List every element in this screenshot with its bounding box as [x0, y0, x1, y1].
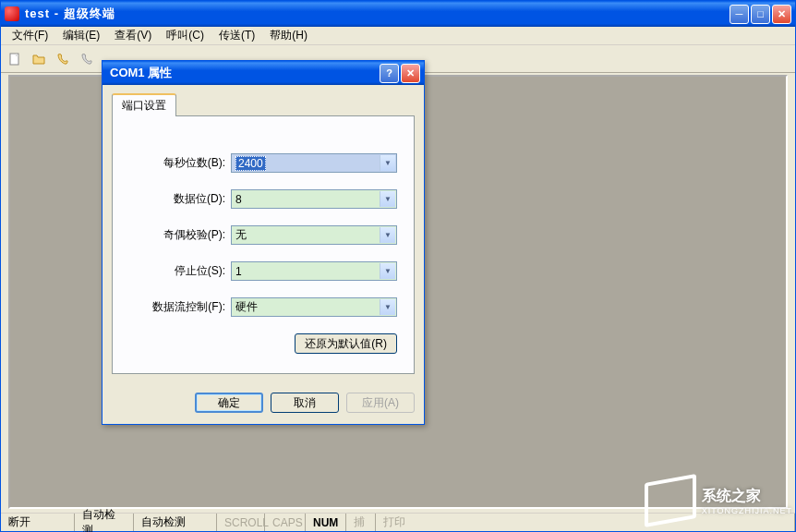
- status-detect2: 自动检测: [134, 514, 217, 531]
- dialog-titlebar: COM1 属性 ? ✕: [103, 61, 424, 85]
- row-stopbits: 停止位(S): 1 ▼: [129, 261, 397, 281]
- menu-transfer[interactable]: 传送(T): [211, 26, 262, 45]
- dialog-actions: 确定 取消 应用(A): [103, 383, 424, 424]
- chevron-down-icon: ▼: [380, 155, 395, 171]
- combo-flow[interactable]: 硬件 ▼: [231, 297, 397, 317]
- row-parity: 奇偶校验(P): 无 ▼: [129, 225, 397, 245]
- restore-defaults-button[interactable]: 还原为默认值(R): [295, 333, 397, 354]
- phone-icon[interactable]: [53, 49, 73, 69]
- row-baud: 每秒位数(B): 2400 ▼: [129, 153, 397, 173]
- label-databits: 数据位(D):: [129, 191, 231, 207]
- house-icon: [645, 478, 694, 523]
- menu-help[interactable]: 帮助(H): [262, 26, 315, 45]
- status-capture: 捕: [346, 514, 376, 531]
- label-baud: 每秒位数(B):: [129, 155, 231, 171]
- row-flow: 数据流控制(F): 硬件 ▼: [129, 297, 397, 317]
- status-detect1: 自动检测: [75, 514, 134, 531]
- tab-port-settings[interactable]: 端口设置: [112, 93, 176, 116]
- menu-call[interactable]: 呼叫(C): [159, 26, 211, 45]
- hangup-icon[interactable]: [77, 49, 97, 69]
- combo-stopbits[interactable]: 1 ▼: [231, 261, 397, 281]
- watermark: 系统之家 XITONGZHIJIA.NET: [645, 478, 792, 523]
- chevron-down-icon: ▼: [380, 299, 395, 315]
- combo-baud-value: 2400: [235, 156, 266, 171]
- chevron-down-icon: ▼: [380, 191, 395, 207]
- label-stopbits: 停止位(S):: [129, 263, 231, 279]
- ok-button[interactable]: 确定: [195, 393, 263, 413]
- help-button[interactable]: ?: [380, 64, 399, 83]
- label-flow: 数据流控制(F):: [129, 299, 231, 315]
- com-properties-dialog: COM1 属性 ? ✕ 端口设置 每秒位数(B): 2400 ▼ 数据位(D):…: [102, 60, 425, 425]
- watermark-text: 系统之家 XITONGZHIJIA.NET: [702, 487, 792, 515]
- dialog-body: 端口设置 每秒位数(B): 2400 ▼ 数据位(D): 8 ▼ 奇偶校验(P)…: [103, 85, 424, 383]
- dialog-close-button[interactable]: ✕: [401, 64, 420, 83]
- menubar: 文件(F) 编辑(E) 查看(V) 呼叫(C) 传送(T) 帮助(H): [1, 27, 795, 45]
- chevron-down-icon: ▼: [380, 263, 395, 279]
- restore-row: 还原为默认值(R): [129, 333, 397, 354]
- menu-file[interactable]: 文件(F): [5, 26, 55, 45]
- combo-parity-value: 无: [235, 227, 247, 243]
- tab-panel: 每秒位数(B): 2400 ▼ 数据位(D): 8 ▼ 奇偶校验(P): 无 ▼: [112, 115, 415, 374]
- chevron-down-icon: ▼: [380, 227, 395, 243]
- combo-flow-value: 硬件: [235, 299, 258, 315]
- dialog-title: COM1 属性: [106, 65, 380, 81]
- apply-button[interactable]: 应用(A): [346, 393, 415, 413]
- menu-view[interactable]: 查看(V): [107, 26, 159, 45]
- row-databits: 数据位(D): 8 ▼: [129, 189, 397, 209]
- menu-edit[interactable]: 编辑(E): [55, 26, 107, 45]
- label-parity: 奇偶校验(P):: [129, 227, 231, 243]
- new-file-icon[interactable]: [5, 49, 25, 69]
- combo-baud[interactable]: 2400 ▼: [231, 153, 397, 173]
- window-title: test - 超级终端: [25, 6, 730, 22]
- minimize-button[interactable]: ─: [730, 5, 749, 24]
- status-connection: 断开: [1, 514, 75, 531]
- maximize-button[interactable]: □: [751, 5, 770, 24]
- watermark-title: 系统之家: [702, 487, 792, 506]
- combo-databits-value: 8: [235, 193, 242, 206]
- status-caps: CAPS: [265, 514, 306, 531]
- close-button[interactable]: ✕: [772, 5, 791, 24]
- combo-stopbits-value: 1: [235, 265, 242, 278]
- combo-parity[interactable]: 无 ▼: [231, 225, 397, 245]
- tab-strip: 端口设置: [112, 92, 415, 115]
- window-controls: ─ □ ✕: [730, 5, 791, 24]
- watermark-sub: XITONGZHIJIA.NET: [702, 506, 792, 515]
- combo-databits[interactable]: 8 ▼: [231, 189, 397, 209]
- cancel-button[interactable]: 取消: [271, 393, 339, 413]
- main-titlebar: test - 超级终端 ─ □ ✕: [1, 1, 795, 27]
- status-num: NUM: [306, 514, 346, 531]
- status-scroll: SCROLL: [217, 514, 265, 531]
- app-icon: [5, 6, 19, 21]
- open-file-icon[interactable]: [29, 49, 49, 69]
